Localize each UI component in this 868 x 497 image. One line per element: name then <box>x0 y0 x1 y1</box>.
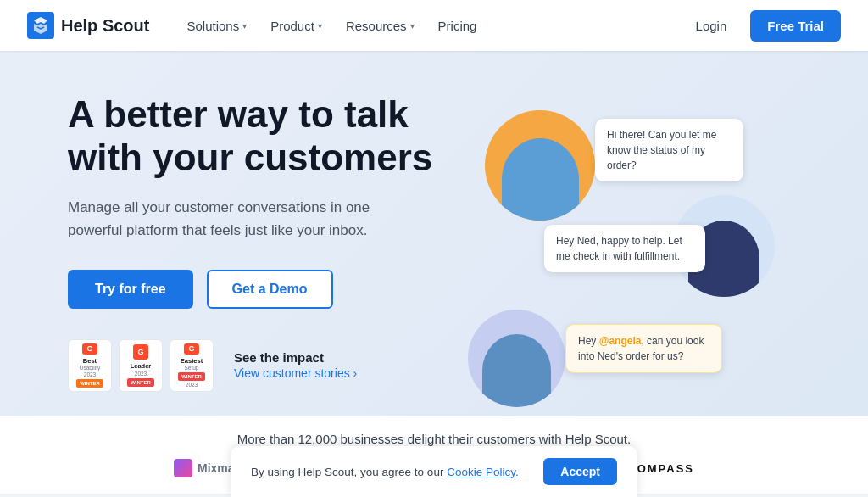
person-1-avatar <box>485 110 595 221</box>
person-3-avatar <box>468 310 565 407</box>
badge-leader: G Leader 2023 WINTER <box>119 339 163 392</box>
badges-section: G Best Usability 2023 WINTER G Leader 20… <box>68 339 434 392</box>
chat-bubble-3: Hey @angela, can you look into Ned's ord… <box>565 324 722 373</box>
badge-usability: G Best Usability 2023 WINTER <box>68 339 112 392</box>
impact-title: See the impact <box>234 350 357 365</box>
nav-solutions[interactable]: Solutions ▾ <box>176 12 257 40</box>
nav-product[interactable]: Product ▾ <box>260 12 332 40</box>
brand-compass: COMPASS <box>627 462 694 475</box>
g2-icon: G <box>82 343 97 355</box>
get-demo-button[interactable]: Get a Demo <box>207 270 333 309</box>
hero-section: A better way to talkwith your customers … <box>0 51 868 416</box>
helpscout-logo-icon <box>27 12 54 39</box>
nav-actions: Login Free Trial <box>686 10 841 42</box>
chevron-down-icon: ▾ <box>410 21 415 31</box>
g2-icon: G <box>133 344 148 360</box>
hero-buttons: Try for free Get a Demo <box>68 270 434 309</box>
logo-text: Help Scout <box>61 16 149 36</box>
free-trial-button[interactable]: Free Trial <box>750 10 841 42</box>
navbar: Help Scout Solutions ▾ Product ▾ Resourc… <box>0 0 868 51</box>
cookie-banner: By using Help Scout, you agree to our Co… <box>231 446 637 497</box>
hero-left: A better way to talkwith your customers … <box>68 93 434 416</box>
nav-pricing[interactable]: Pricing <box>428 12 487 40</box>
hero-illustration: Hi there! Can you let me know the status… <box>434 93 800 416</box>
try-for-free-button[interactable]: Try for free <box>68 270 193 309</box>
customer-stories-link[interactable]: View customer stories › <box>234 366 357 380</box>
cookie-policy-link[interactable]: Cookie Policy. <box>447 466 519 478</box>
mention-tag: @angela <box>599 335 642 347</box>
chat-bubble-2: Hey Ned, happy to help. Let me check in … <box>544 225 705 272</box>
login-button[interactable]: Login <box>686 12 737 40</box>
person-1-body <box>502 138 579 221</box>
cookie-accept-button[interactable]: Accept <box>543 458 617 485</box>
person-3-body <box>482 334 551 407</box>
mixmax-icon <box>174 459 192 477</box>
hero-subtitle: Manage all your customer conversations i… <box>68 196 390 242</box>
impact-section: See the impact View customer stories › <box>234 350 357 380</box>
logo[interactable]: Help Scout <box>27 12 149 39</box>
g2-icon: G <box>184 343 199 355</box>
badge-easiest-setup: G Easiest Setup WINTER 2023 <box>170 339 214 392</box>
cookie-text: By using Help Scout, you agree to our Co… <box>251 466 533 478</box>
brands-title: More than 12,000 businesses delight thei… <box>68 432 800 446</box>
hero-title: A better way to talkwith your customers <box>68 93 434 179</box>
nav-resources[interactable]: Resources ▾ <box>336 12 425 40</box>
chevron-down-icon: ▾ <box>242 21 247 31</box>
chat-bubble-1: Hi there! Can you let me know the status… <box>595 119 743 181</box>
chevron-down-icon: ▾ <box>318 21 322 31</box>
nav-links: Solutions ▾ Product ▾ Resources ▾ Pricin… <box>176 12 685 40</box>
badges-group: G Best Usability 2023 WINTER G Leader 20… <box>68 339 214 392</box>
